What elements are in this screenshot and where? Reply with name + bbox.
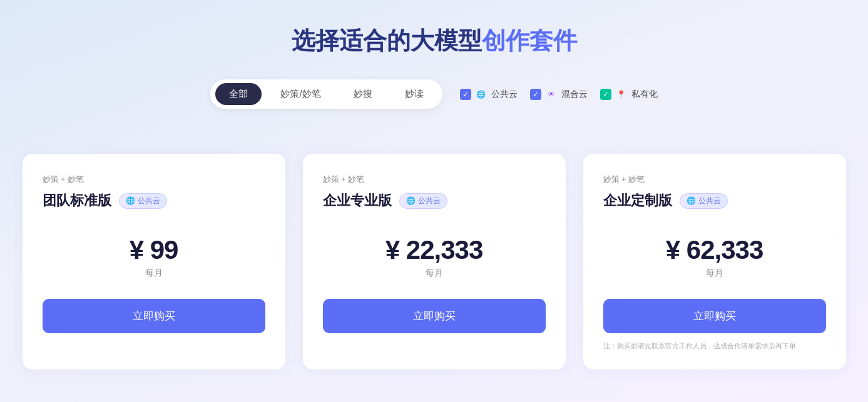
card3-subtitle: 妙策 + 妙笔 — [603, 174, 826, 185]
card1-subtitle: 妙策 + 妙笔 — [43, 174, 265, 185]
card1-buy-button[interactable]: 立即购买 — [43, 299, 265, 333]
card1-badge: 🌐 公共云 — [119, 193, 167, 209]
card2-subtitle: 妙策 + 妙笔 — [323, 174, 546, 185]
card3-buy-button[interactable]: 立即购买 — [603, 299, 826, 333]
card1-title-row: 团队标准版 🌐 公共云 — [43, 191, 265, 210]
public-cloud-icon: 🌐 — [475, 88, 488, 101]
card2-badge: 🌐 公共云 — [399, 193, 447, 209]
card2-price: ¥ 22,333 — [323, 235, 546, 265]
card3-price-section: ¥ 62,333 每月 — [603, 235, 826, 279]
card3-title-row: 企业定制版 🌐 公共云 — [603, 191, 826, 210]
card2-buy-button[interactable]: 立即购买 — [323, 299, 546, 333]
card2-price-section: ¥ 22,333 每月 — [323, 235, 546, 279]
card2-badge-label: 公共云 — [418, 196, 441, 206]
card1-badge-label: 公共云 — [138, 196, 160, 206]
page-title: 选择适合的大模型创作套件 — [292, 25, 577, 57]
checkbox-public-cloud[interactable]: ✓ — [460, 89, 471, 100]
card-team-standard: 妙策 + 妙笔 团队标准版 🌐 公共云 ¥ 99 每月 立即购买 — [23, 154, 285, 369]
tab-miaosou[interactable]: 妙搜 — [340, 83, 386, 105]
filter-bar: 全部 妙策/妙笔 妙搜 妙读 — [210, 79, 442, 109]
tab-miaose-miaoshi[interactable]: 妙策/妙笔 — [267, 83, 334, 105]
card1-price-section: ¥ 99 每月 — [43, 235, 265, 279]
card1-title: 团队标准版 — [43, 191, 111, 210]
private-cloud-icon: 📍 — [615, 88, 628, 101]
card1-period: 每月 — [43, 268, 265, 279]
card1-badge-icon: 🌐 — [126, 196, 135, 205]
hybrid-cloud-label: 混合云 — [561, 89, 588, 100]
cards-container: 妙策 + 妙笔 团队标准版 🌐 公共云 ¥ 99 每月 立即购买 妙策 + 妙笔… — [15, 154, 854, 369]
private-cloud-label: 私有化 — [631, 89, 658, 100]
controls-row: 全部 妙策/妙笔 妙搜 妙读 ✓ 🌐 公共云 ✓ 👁 混合云 ✓ 📍 私有化 — [210, 79, 657, 131]
card2-title-row: 企业专业版 🌐 公共云 — [323, 191, 546, 210]
card3-badge-label: 公共云 — [698, 196, 721, 206]
card1-price: ¥ 99 — [43, 235, 265, 265]
tab-all[interactable]: 全部 — [215, 83, 262, 105]
card3-badge-icon: 🌐 — [687, 196, 696, 205]
cloud-filters: ✓ 🌐 公共云 ✓ 👁 混合云 ✓ 📍 私有化 — [460, 88, 658, 101]
hybrid-cloud-icon: 👁 — [545, 88, 558, 101]
card-enterprise-custom: 妙策 + 妙笔 企业定制版 🌐 公共云 ¥ 62,333 每月 立即购买 注：购… — [583, 154, 846, 369]
filter-hybrid-cloud[interactable]: ✓ 👁 混合云 — [530, 88, 588, 101]
tab-miaodu[interactable]: 妙读 — [391, 83, 437, 105]
checkbox-private-cloud[interactable]: ✓ — [600, 89, 611, 100]
card-enterprise-pro: 妙策 + 妙笔 企业专业版 🌐 公共云 ¥ 22,333 每月 立即购买 — [303, 154, 566, 369]
card3-badge: 🌐 公共云 — [680, 193, 728, 209]
filter-private-cloud[interactable]: ✓ 📍 私有化 — [600, 88, 658, 101]
card3-note: 注：购买前请先联系官方工作人员，达成合作清单需求后再下单 — [603, 341, 826, 352]
filter-public-cloud[interactable]: ✓ 🌐 公共云 — [460, 88, 518, 101]
public-cloud-label: 公共云 — [491, 89, 518, 100]
card3-price: ¥ 62,333 — [603, 235, 826, 265]
card2-badge-icon: 🌐 — [406, 196, 416, 205]
checkbox-hybrid-cloud[interactable]: ✓ — [530, 89, 541, 100]
card3-period: 每月 — [603, 268, 826, 279]
card2-period: 每月 — [323, 268, 546, 279]
card2-title: 企业专业版 — [323, 191, 392, 210]
card3-title: 企业定制版 — [603, 191, 672, 210]
